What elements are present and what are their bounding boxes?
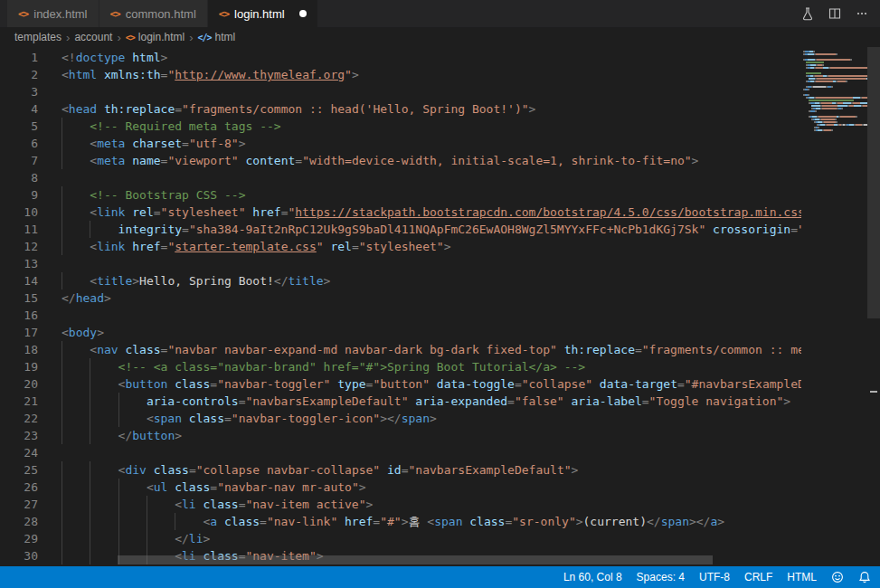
line-number[interactable]: 17 — [0, 324, 38, 341]
line-content: <meta charset="utf-8"> — [62, 135, 246, 152]
symbol-element-icon: </> — [198, 33, 212, 43]
minimap-line — [803, 102, 867, 104]
line-number[interactable]: 2 — [0, 66, 38, 83]
line-content: aria-controls="navbarsExampleDefault" ar… — [62, 393, 790, 410]
breadcrumb-item-account[interactable]: account — [74, 31, 112, 43]
minimap-line — [803, 100, 867, 101]
html-file-icon: <> — [110, 8, 120, 20]
line-number[interactable]: 27 — [0, 496, 38, 513]
minimap-line — [803, 62, 867, 63]
indent-guide — [90, 496, 118, 513]
indent-guide — [90, 530, 118, 547]
indent-guide — [118, 530, 147, 547]
line-number[interactable]: 5 — [0, 118, 38, 135]
breadcrumb-item-templates[interactable]: templates — [14, 31, 62, 43]
code-line: 4<head th:replace="fragments/common :: h… — [0, 100, 801, 118]
minimap-line — [803, 67, 867, 69]
line-number[interactable]: 19 — [0, 358, 38, 375]
eol-sequence[interactable]: CRLF — [744, 571, 772, 583]
line-number[interactable]: 24 — [0, 444, 38, 461]
line-number[interactable]: 11 — [0, 221, 38, 238]
code-line: 17<body> — [0, 324, 801, 341]
indentation-setting[interactable]: Spaces: 4 — [637, 571, 685, 583]
encoding[interactable]: UTF-8 — [699, 571, 730, 583]
minimap-line — [803, 116, 867, 118]
minimap-line — [803, 53, 867, 55]
vertical-scrollbar-thumb[interactable] — [867, 47, 880, 318]
line-content: <div class="collapse navbar-collapse" id… — [62, 461, 578, 479]
line-number[interactable]: 1 — [0, 49, 38, 66]
indent-guide — [62, 221, 90, 238]
breadcrumb-label: account — [74, 31, 112, 43]
line-number[interactable]: 21 — [0, 393, 38, 410]
line-number[interactable]: 6 — [0, 135, 38, 152]
modified-indicator[interactable] — [299, 10, 307, 17]
line-content: <nav class="navbar navbar-expand-md navb… — [62, 341, 801, 358]
code-line: 25<div class="collapse navbar-collapse" … — [0, 461, 801, 479]
minimap-line — [803, 129, 867, 131]
tab-index-html[interactable]: <>index.html — [7, 0, 99, 27]
line-number[interactable]: 4 — [0, 100, 38, 118]
beaker-icon[interactable] — [800, 6, 815, 21]
code-line: 26<ul class="navbar-nav mr-auto"> — [0, 479, 801, 496]
line-number[interactable]: 10 — [0, 204, 38, 221]
line-content: <!-- <a class="navbar-brand" href="#">Sp… — [62, 358, 585, 375]
line-number[interactable]: 26 — [0, 479, 38, 496]
line-number[interactable]: 29 — [0, 530, 38, 547]
line-content: <span class="navbar-toggler-icon"></span… — [62, 410, 437, 427]
code-line: 22<span class="navbar-toggler-icon"></sp… — [0, 410, 801, 427]
indent-guide — [62, 341, 90, 358]
language-mode[interactable]: HTML — [787, 571, 817, 583]
line-number[interactable]: 9 — [0, 186, 38, 204]
indent-guide — [147, 496, 175, 513]
html-file-icon: <> — [18, 8, 28, 20]
line-number[interactable]: 12 — [0, 238, 38, 255]
line-number[interactable]: 7 — [0, 152, 38, 169]
indent-guide — [62, 204, 90, 221]
tab-label: common.html — [126, 7, 196, 21]
line-number[interactable]: 30 — [0, 547, 38, 564]
line-number[interactable]: 15 — [0, 289, 38, 307]
line-number[interactable]: 22 — [0, 410, 38, 427]
split-editor-icon[interactable] — [828, 6, 842, 21]
breadcrumb: templates›account›<>login.html›</>html — [0, 27, 880, 47]
line-number[interactable]: 20 — [0, 375, 38, 393]
editor[interactable]: 1<!doctype html>2<html xmlns:th="http://… — [0, 47, 880, 566]
line-number[interactable]: 18 — [0, 341, 38, 358]
tab-common-html[interactable]: <>common.html — [99, 0, 208, 27]
indent-guide — [90, 513, 118, 530]
code-line: 18<nav class="navbar navbar-expand-md na… — [0, 341, 801, 358]
more-actions-icon[interactable] — [855, 6, 869, 21]
code-line: 13 — [0, 255, 801, 272]
line-number[interactable]: 25 — [0, 461, 38, 479]
line-number[interactable]: 28 — [0, 513, 38, 530]
feedback-smiley-icon[interactable] — [831, 571, 844, 583]
code-area[interactable]: 1<!doctype html>2<html xmlns:th="http://… — [0, 49, 801, 564]
notifications-bell-icon[interactable] — [858, 571, 871, 583]
line-number[interactable]: 3 — [0, 83, 38, 100]
cursor-position[interactable]: Ln 60, Col 8 — [563, 571, 622, 583]
line-number[interactable]: 23 — [0, 427, 38, 444]
code-line: 6<meta charset="utf-8"> — [0, 135, 801, 152]
line-number[interactable]: 8 — [0, 169, 38, 186]
indent-guide — [62, 375, 90, 393]
minimap-line — [803, 110, 867, 112]
tab-login-html[interactable]: <>login.html — [208, 0, 318, 27]
indent-guide — [90, 375, 118, 393]
code-line: 15</head> — [0, 289, 801, 307]
code-line: 19<!-- <a class="navbar-brand" href="#">… — [0, 358, 801, 375]
code-line: 8 — [0, 169, 801, 186]
code-line: 2<html xmlns:th="http://www.thymeleaf.or… — [0, 66, 801, 83]
breadcrumb-item-html[interactable]: </>html — [198, 31, 236, 43]
line-number[interactable]: 13 — [0, 255, 38, 272]
minimap[interactable] — [803, 49, 867, 552]
minimap-line — [803, 127, 867, 128]
breadcrumb-item-login-html[interactable]: <>login.html — [126, 31, 185, 43]
line-number[interactable]: 14 — [0, 272, 38, 289]
horizontal-scrollbar-thumb[interactable] — [118, 555, 713, 564]
line-number[interactable]: 16 — [0, 307, 38, 324]
vertical-scrollbar[interactable] — [867, 47, 880, 566]
html-file-icon: <> — [126, 33, 135, 43]
indent-guide — [62, 547, 90, 564]
indent-guide — [62, 135, 90, 152]
